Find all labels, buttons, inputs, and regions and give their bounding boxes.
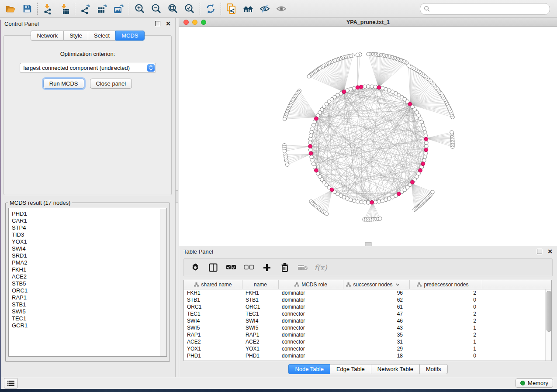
mcds-result-item[interactable]: PHD1 [12,210,158,217]
cell-name: YOX1 [242,346,279,352]
show-graphics-details-button[interactable] [274,2,288,16]
mcds-result-item[interactable]: YOX1 [12,238,158,245]
mcds-result-item[interactable]: TID3 [12,231,158,238]
network-view-resize-handle[interactable] [365,242,371,246]
zoom-fit-button[interactable] [166,2,180,16]
mcds-result-item[interactable]: STP4 [12,224,158,231]
run-mcds-button[interactable]: Run MCDS [43,79,84,89]
open-session-button[interactable] [3,2,17,16]
mcds-result-item[interactable]: CAR1 [12,217,158,224]
cell-successor-nodes: 35 [343,332,410,338]
cell-shared-name: SWI4 [184,318,242,324]
mcds-result-item[interactable]: FKH1 [12,266,158,273]
cell-name: RAP1 [242,332,279,338]
splitter-handle[interactable] [176,190,178,203]
save-icon [22,3,32,14]
zoom-selected-button[interactable] [183,2,197,16]
table-settings-button[interactable] [188,261,202,274]
search-input[interactable] [432,5,546,13]
refresh-button[interactable] [204,2,218,16]
close-panel-icon[interactable]: ✕ [166,21,171,26]
tab-node-table[interactable]: Node Table [288,364,330,374]
tab-select[interactable]: Select [88,31,115,41]
mcds-result-item[interactable]: STB5 [12,280,158,287]
add-column-button[interactable] [260,261,274,274]
import-network-button[interactable] [41,2,55,16]
table-row[interactable]: YOX1 YOX1 connector 29 1 [184,345,551,352]
mcds-result-item[interactable]: SWI5 [12,308,158,315]
select-all-button[interactable] [224,261,238,274]
tab-mcds[interactable]: MCDS [115,31,144,41]
table-row[interactable]: FKH1 FKH1 dominator 96 2 [184,289,551,296]
table-row[interactable]: ORC1 ORC1 dominator 61 0 [184,303,551,310]
import-table-button[interactable] [58,2,72,16]
save-session-button[interactable] [20,2,34,16]
mcds-result-item[interactable]: ORC1 [12,287,158,294]
houses-button[interactable] [241,2,255,16]
show-column-button[interactable] [206,261,220,274]
chevron-up-icon [149,65,153,68]
network-titlebar[interactable]: YPA_prune.txt_1 [179,18,557,27]
columns-icon [208,263,218,272]
cell-mcds-role: dominator [279,290,343,296]
mcds-result-list[interactable]: PHD1CAR1STP4TID3YOX1SWI4SRD1PMA2FKH1ACE2… [8,208,167,357]
tab-network-table[interactable]: Network Table [371,364,419,374]
hide-graphics-details-button[interactable] [258,2,272,16]
table-row[interactable]: TEC1 TEC1 connector 47 2 [184,310,551,317]
close-table-panel-icon[interactable]: ✕ [547,249,553,254]
column-header-name[interactable]: name [242,280,279,289]
mcds-result-item[interactable]: SWI4 [12,245,158,252]
result-list-scrollbar[interactable] [160,209,166,356]
float-panel-icon[interactable] [155,21,160,26]
cell-successor-nodes: 62 [343,297,410,303]
table-row[interactable]: SWI5 SWI5 connector 43 1 [184,324,551,331]
table-tabs: Node Table Edge Table Network Table Moti… [179,364,557,374]
mcds-result-item[interactable]: PMA2 [12,259,158,266]
table-row[interactable]: PHD1 PHD1 dominator 18 0 [184,352,551,359]
export-image-button[interactable] [112,2,126,16]
cell-name: TEC1 [242,311,279,317]
function-builder-button[interactable]: f(x) [314,261,328,274]
mcds-result-item[interactable]: ACE2 [12,273,158,280]
column-header-mcds-role[interactable]: MCDS role [279,280,343,289]
tab-motifs[interactable]: Motifs [419,364,448,374]
float-table-panel-icon[interactable] [537,249,542,254]
mcds-result-item[interactable]: SRD1 [12,252,158,259]
memory-button[interactable]: Memory [515,378,553,388]
mcds-result-item[interactable]: STB1 [12,301,158,308]
table-scrollbar-thumb[interactable] [547,291,551,332]
table-row[interactable]: STB1 STB1 dominator 62 0 [184,296,551,303]
mcds-result-item[interactable]: GCR1 [12,322,158,329]
delete-table-button[interactable] [296,261,310,274]
network-view[interactable] [179,27,557,246]
table-row[interactable]: RAP1 RAP1 dominator 35 2 [184,331,551,338]
export-table-button[interactable] [95,2,109,16]
zoom-out-button[interactable] [149,2,163,16]
control-panel-tabs: Network Style Select MCDS [0,31,175,41]
zoom-in-button[interactable] [133,2,147,16]
mcds-result-item[interactable]: RAP1 [12,294,158,301]
mcds-result-item[interactable]: TEC1 [12,315,158,322]
tab-network[interactable]: Network [31,31,63,41]
column-header-shared-name[interactable]: shared name [184,280,242,289]
table-scrollbar[interactable] [545,289,551,361]
table-row[interactable]: SWI4 SWI4 dominator 46 2 [184,317,551,324]
cell-mcds-role: connector [279,325,343,331]
task-history-button[interactable] [4,378,18,389]
tab-style[interactable]: Style [63,31,88,41]
cell-shared-name: ORC1 [184,304,242,310]
new-network-from-selection-button[interactable] [225,2,239,16]
table-row[interactable]: ACE2 ACE2 connector 31 1 [184,338,551,345]
close-panel-button[interactable]: Close panel [90,79,132,89]
sort-chevron-icon [396,283,400,286]
export-network-button[interactable] [79,2,93,16]
delete-column-button[interactable] [278,261,292,274]
cell-predecessor-nodes: 2 [410,311,482,317]
deselect-all-button[interactable] [242,261,256,274]
criterion-select[interactable]: largest connected component (undirected) [20,63,156,73]
tab-edge-table[interactable]: Edge Table [330,364,371,374]
column-header-successor-nodes[interactable]: successor nodes [343,280,410,289]
column-header-predecessor-nodes[interactable]: predecessor nodes [410,280,482,289]
network-graph[interactable] [179,27,557,244]
panel-splitter[interactable] [175,18,179,377]
